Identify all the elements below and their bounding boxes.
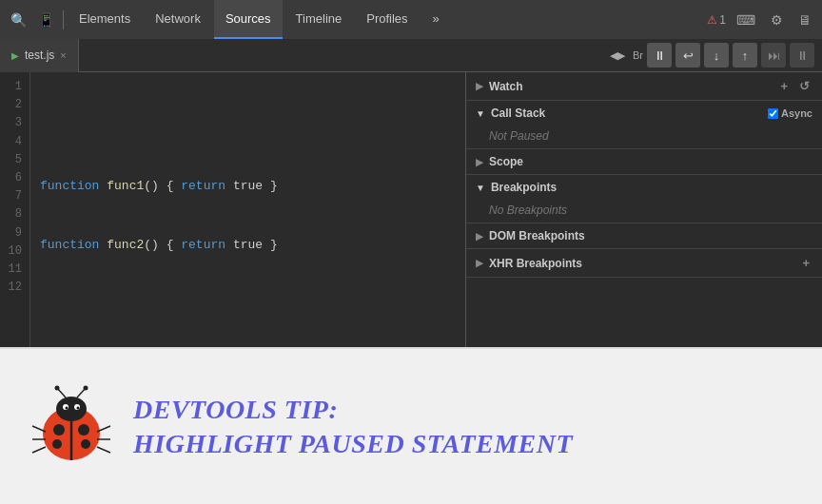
breakpoints-section: ▼ Breakpoints No Breakpoints (466, 175, 822, 223)
async-label[interactable]: Async (768, 107, 812, 119)
breadcrumb-dots: Br (633, 49, 643, 61)
async-pause-button[interactable]: ⏸ (790, 43, 814, 68)
call-stack-header[interactable]: ▼ Call Stack Async (466, 101, 822, 126)
call-stack-section: ▼ Call Stack Async Not Paused (466, 101, 822, 149)
call-stack-content: Not Paused (466, 126, 822, 148)
xhr-breakpoints-header[interactable]: ▶ XHR Breakpoints + (466, 249, 822, 277)
right-panel: ▶ Watch + ↺ ▼ Call Stack Async (466, 72, 822, 347)
svg-point-4 (78, 424, 89, 436)
terminal-icon[interactable]: ⌨ (732, 9, 760, 31)
code-line-4 (40, 296, 456, 316)
breadcrumb-icon: ◀▶ (610, 49, 625, 62)
step-over-button[interactable]: ↩ (675, 43, 700, 68)
breakpoints-label: Breakpoints (491, 181, 557, 194)
svg-line-20 (97, 447, 110, 453)
svg-point-6 (81, 439, 90, 449)
watch-label: Watch (489, 80, 523, 93)
error-badge: ⚠ 1 (707, 13, 726, 27)
close-file-icon[interactable]: × (60, 49, 66, 61)
pause-button[interactable]: ⏸ (647, 43, 672, 68)
tip-subtitle: Highlight Paused Statement (133, 429, 573, 459)
xhr-breakpoints-label: XHR Breakpoints (489, 257, 582, 270)
file-tab-label: test.js (25, 48, 54, 62)
tab-network[interactable]: Network (144, 0, 212, 39)
dom-breakpoints-section: ▶ DOM Breakpoints (466, 223, 822, 249)
svg-point-13 (55, 385, 60, 390)
scope-label: Scope (489, 155, 523, 168)
tab-profiles[interactable]: Profiles (355, 0, 419, 39)
watch-triangle: ▶ (476, 81, 483, 91)
svg-point-10 (77, 406, 80, 409)
svg-line-17 (32, 447, 46, 453)
code-editor[interactable]: 1 2 3 4 5 6 7 8 9 10 11 12 function func… (0, 72, 466, 347)
scope-section: ▶ Scope (466, 149, 822, 175)
async-text: Async (781, 107, 812, 119)
svg-point-3 (53, 424, 65, 436)
xhr-breakpoints-triangle: ▶ (476, 258, 483, 268)
scope-header[interactable]: ▶ Scope (466, 149, 822, 174)
call-stack-label: Call Stack (491, 107, 545, 120)
code-line-2: function func1() { return true } (40, 177, 456, 197)
code-area: 1 2 3 4 5 6 7 8 9 10 11 12 function func… (0, 72, 465, 347)
call-stack-triangle: ▼ (476, 108, 485, 119)
step-out-button[interactable]: ↑ (733, 43, 757, 68)
tip-section: DevTools Tip: Highlight Paused Statement (0, 347, 822, 504)
step-into-button[interactable]: ↓ (704, 43, 729, 68)
xhr-add-icon[interactable]: + (799, 255, 812, 271)
breakpoints-header[interactable]: ▼ Breakpoints (466, 175, 822, 200)
tip-title: DevTools Tip: (133, 395, 573, 425)
code-line-1 (40, 118, 456, 138)
file-tab-testjs[interactable]: ▶ test.js × (0, 39, 79, 72)
line-numbers: 1 2 3 4 5 6 7 8 9 10 11 12 (0, 72, 30, 347)
display-icon[interactable]: 🖥 (793, 9, 816, 31)
deactivate-button[interactable]: ⏭ (761, 43, 786, 68)
svg-point-9 (66, 406, 68, 409)
call-stack-async: Async (768, 107, 812, 119)
main-content: 1 2 3 4 5 6 7 8 9 10 11 12 function func… (0, 72, 822, 347)
scope-triangle: ▶ (476, 157, 483, 167)
watch-refresh-icon[interactable]: ↺ (796, 78, 812, 94)
settings-icon[interactable]: ⚙ (766, 9, 788, 31)
dom-breakpoints-header[interactable]: ▶ DOM Breakpoints (466, 223, 822, 248)
search-icon[interactable]: 🔍 (6, 9, 31, 31)
toolbar-right: ⚠ 1 ⌨ ⚙ 🖥 (707, 9, 816, 31)
toolbar-separator (63, 10, 64, 29)
watch-add-icon[interactable]: + (777, 78, 791, 94)
breakpoints-triangle: ▼ (476, 183, 485, 193)
watch-header[interactable]: ▶ Watch + ↺ (466, 72, 822, 100)
tab-timeline[interactable]: Timeline (284, 0, 354, 39)
svg-point-14 (84, 385, 88, 390)
tab-more[interactable]: » (421, 0, 451, 39)
ladybug-icon (29, 384, 114, 470)
watch-section: ▶ Watch + ↺ (466, 72, 822, 101)
file-bar: ▶ test.js × ◀▶ Br ⏸ ↩ ↓ ↑ ⏭ ⏸ (0, 39, 822, 72)
dom-breakpoints-label: DOM Breakpoints (489, 229, 585, 242)
dom-breakpoints-triangle: ▶ (476, 231, 483, 242)
xhr-breakpoints-section: ▶ XHR Breakpoints + (466, 249, 822, 278)
xhr-add-btn: + (799, 255, 812, 271)
code-lines: function func1() { return true } functio… (30, 72, 465, 347)
debug-controls: ◀▶ Br ⏸ ↩ ↓ ↑ ⏭ ⏸ (610, 43, 822, 68)
mobile-icon[interactable]: 📱 (33, 9, 59, 31)
breakpoints-content: No Breakpoints (466, 200, 822, 223)
main-toolbar: 🔍 📱 Elements Network Sources Timeline Pr… (0, 0, 822, 39)
debug-play-icon: ▶ (11, 50, 19, 61)
svg-point-5 (52, 439, 62, 449)
tip-text: DevTools Tip: Highlight Paused Statement (133, 395, 573, 459)
async-checkbox[interactable] (768, 108, 778, 119)
tab-sources[interactable]: Sources (214, 0, 283, 39)
tab-elements[interactable]: Elements (68, 0, 142, 39)
code-line-3: function func2() { return true } (40, 236, 456, 256)
watch-actions: + ↺ (777, 78, 812, 94)
